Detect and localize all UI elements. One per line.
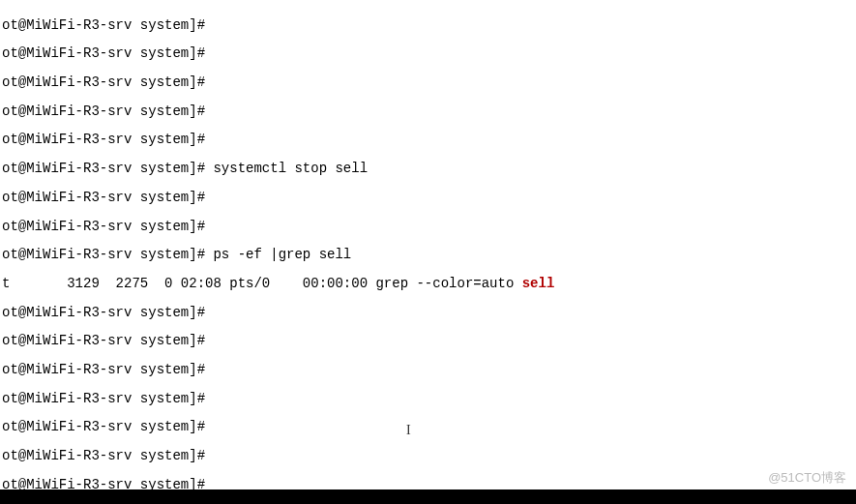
prompt-line: ot@MiWiFi-R3-srv system]# [2,18,854,33]
prompt-line: ot@MiWiFi-R3-srv system]# [2,220,854,234]
prompt-line: ot@MiWiFi-R3-srv system]# [2,392,854,406]
text-cursor-ibeam: I [406,424,411,438]
prompt-line: ot@MiWiFi-R3-srv system]# [2,46,854,61]
prompt-line: ot@MiWiFi-R3-srv system]# [2,306,854,320]
prompt-line: ot@MiWiFi-R3-srv system]# [2,133,854,147]
grep-match-highlight: sell [522,276,555,291]
terminal-output[interactable]: ot@MiWiFi-R3-srv system]# ot@MiWiFi-R3-s… [0,0,856,504]
cmd-line-stop: ot@MiWiFi-R3-srv system]# systemctl stop… [2,162,854,176]
prompt-line: ot@MiWiFi-R3-srv system]# [2,75,854,90]
cmd-line-ps: ot@MiWiFi-R3-srv system]# ps -ef |grep s… [2,248,854,262]
prompt-line: ot@MiWiFi-R3-srv system]# [2,334,854,348]
watermark-label: @51CTO博客 [768,471,846,485]
prompt-line: ot@MiWiFi-R3-srv system]# [2,104,854,119]
prompt-line: ot@MiWiFi-R3-srv system]# [2,449,854,463]
ps-output: t 3129 2275 0 02:08 pts/0 00:00:00 grep … [2,277,854,291]
prompt-line: ot@MiWiFi-R3-srv system]# [2,363,854,377]
prompt-line: ot@MiWiFi-R3-srv system]# [2,420,854,434]
bottom-black-bar [0,489,856,504]
prompt-line: ot@MiWiFi-R3-srv system]# [2,191,854,205]
